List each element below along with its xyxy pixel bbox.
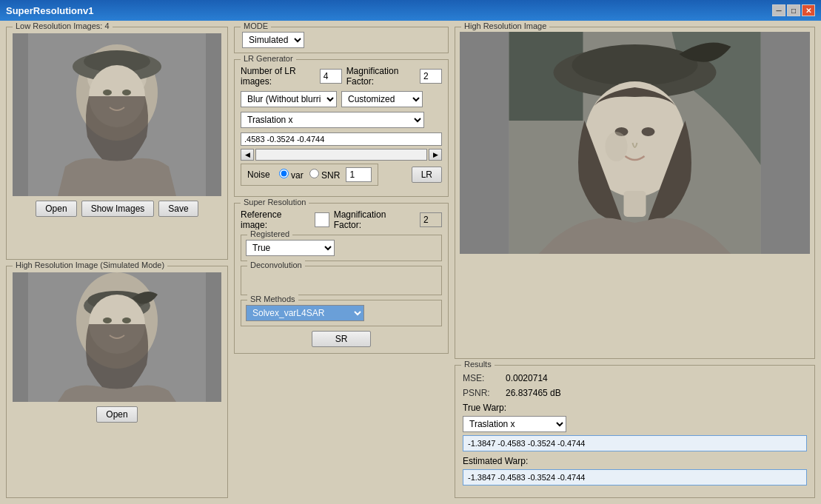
hr-simulated-svg xyxy=(13,272,221,402)
estimated-warp-label: Estimated Warp: xyxy=(463,456,807,466)
registered-label: Registered xyxy=(247,229,292,238)
ref-image-row: Reference image: Magnification Factor: xyxy=(241,209,442,230)
hr-main-panel: High Resolution Image xyxy=(455,27,815,359)
svg-point-7 xyxy=(122,90,131,95)
registered-section: Registered True xyxy=(241,235,442,261)
maximize-button[interactable]: □ xyxy=(787,4,800,16)
sr-mag-input xyxy=(420,212,442,227)
sr-methods-label: SR Methods xyxy=(247,295,298,303)
true-warp-select[interactable]: Traslation x xyxy=(463,416,566,432)
mag-factor-input[interactable] xyxy=(420,69,442,84)
middle-panel: MODE Simulated LR Generator Number of LR… xyxy=(234,27,449,498)
translation-select[interactable]: Traslation x xyxy=(241,112,424,128)
sr-methods-section: SR Methods Solvex_varL4SAR xyxy=(241,300,442,326)
snr-radio-label: SNR xyxy=(309,169,341,181)
scroll-left-btn[interactable]: ◀ xyxy=(241,149,254,161)
lr-generator-section: LR Generator Number of LR images: Magnif… xyxy=(234,59,449,197)
hr-simulated-panel: High Resolution Image (Simulated Mode) xyxy=(6,266,228,499)
var-radio[interactable] xyxy=(279,169,289,178)
snr-radio[interactable] xyxy=(309,169,319,178)
num-lr-label: Number of LR images: xyxy=(241,66,315,87)
lr-open-button[interactable]: Open xyxy=(36,201,76,217)
lr-show-images-button[interactable]: Show Images xyxy=(81,201,155,217)
close-button[interactable]: ✕ xyxy=(802,4,815,16)
deconvolution-section: Deconvolution xyxy=(241,266,442,295)
lr-images-panel: Low Resolution Images: 4 xyxy=(6,27,228,260)
app-title: SuperResolutionv1 xyxy=(6,5,93,16)
noise-group: Noise var SNR xyxy=(241,164,378,186)
sr-button-row: SR xyxy=(241,331,442,347)
warp-scrollbar: ◀ ▶ xyxy=(241,149,442,161)
custom-select[interactable]: Customized xyxy=(341,91,423,107)
mag-factor-label: Magnification Factor: xyxy=(346,66,415,87)
true-warp-values: -1.3847 -0.4583 -0.3524 -0.4744 xyxy=(463,435,807,451)
right-panel: High Resolution Image xyxy=(455,27,815,498)
hr-simulated-button-row: Open xyxy=(13,406,221,423)
left-panel: Low Resolution Images: 4 xyxy=(6,27,228,498)
svg-point-15 xyxy=(122,317,131,323)
scroll-track[interactable] xyxy=(255,149,427,161)
scroll-right-btn[interactable]: ▶ xyxy=(429,149,442,161)
lr-images-label: Low Resolution Images: 4 xyxy=(13,21,113,30)
results-panel: Results MSE: 0.0020714 PSNR: 26.837465 d… xyxy=(455,365,815,498)
mode-label: MODE xyxy=(241,21,271,30)
warp-values-display: .4583 -0.3524 -0.4744 xyxy=(241,132,442,146)
noise-row: Noise var SNR LR xyxy=(241,164,442,186)
ref-image-placeholder xyxy=(315,212,329,227)
svg-point-14 xyxy=(103,317,112,323)
true-warp-row: True Warp: Traslation x -1.3847 -0.4583 … xyxy=(463,403,807,451)
titlebar: SuperResolutionv1 ─ □ ✕ xyxy=(0,0,821,21)
results-label: Results xyxy=(461,360,495,369)
lr-button[interactable]: LR xyxy=(412,167,442,183)
noise-label: Noise xyxy=(247,169,270,180)
blur-select[interactable]: Blur (Without blurring) xyxy=(241,91,337,107)
num-lr-input[interactable] xyxy=(320,69,342,84)
mse-row: MSE: 0.0020714 xyxy=(463,373,807,383)
estimated-warp-values: -1.3847 -0.4583 -0.3524 -0.4744 xyxy=(463,469,807,485)
mse-label: MSE: xyxy=(463,373,500,383)
hr-simulated-label: High Resolution Image (Simulated Mode) xyxy=(13,261,167,269)
noise-value-input[interactable] xyxy=(346,167,372,182)
sr-button[interactable]: SR xyxy=(312,331,371,347)
ref-label: Reference image: xyxy=(241,209,310,230)
true-warp-label: True Warp: xyxy=(463,403,807,413)
hr-open-button[interactable]: Open xyxy=(96,406,137,423)
hr-simulated-display xyxy=(13,272,221,402)
super-resolution-label: Super Resolution xyxy=(241,198,309,206)
lr-image-svg xyxy=(13,33,221,196)
svg-rect-24 xyxy=(624,191,646,217)
mode-section: MODE Simulated xyxy=(234,27,449,53)
estimated-warp-row: Estimated Warp: -1.3847 -0.4583 -0.3524 … xyxy=(463,456,807,485)
deconv-label: Deconvolution xyxy=(247,261,305,269)
titlebar-controls: ─ □ ✕ xyxy=(772,4,815,16)
svg-point-25 xyxy=(606,132,628,161)
svg-point-23 xyxy=(642,127,655,136)
lr-generator-label: LR Generator xyxy=(241,54,296,63)
psnr-row: PSNR: 26.837465 dB xyxy=(463,388,807,398)
mode-select[interactable]: Simulated xyxy=(242,32,304,48)
hr-main-display xyxy=(460,32,810,254)
lr-gen-row3: Traslation x xyxy=(241,112,442,128)
main-content: Low Resolution Images: 4 xyxy=(0,21,821,504)
sr-mag-label: Magnification Factor: xyxy=(334,209,415,230)
svg-point-20 xyxy=(572,44,698,86)
sr-method-select[interactable]: Solvex_varL4SAR xyxy=(246,305,364,321)
registered-select[interactable]: True xyxy=(246,240,335,256)
lr-save-button[interactable]: Save xyxy=(158,201,198,217)
lr-gen-row1: Number of LR images: Magnification Facto… xyxy=(241,66,442,87)
minimize-button[interactable]: ─ xyxy=(772,4,785,16)
super-resolution-section: Super Resolution Reference image: Magnif… xyxy=(234,203,449,354)
psnr-value: 26.837465 dB xyxy=(506,388,561,398)
psnr-label: PSNR: xyxy=(463,388,500,398)
hr-main-label: High Resolution Image xyxy=(461,21,549,30)
svg-point-6 xyxy=(103,90,112,95)
lr-button-row: Open Show Images Save xyxy=(13,201,221,217)
true-warp-select-row: Traslation x xyxy=(463,416,807,432)
var-radio-label: var xyxy=(279,169,304,181)
mse-value: 0.0020714 xyxy=(506,373,548,383)
lr-gen-row2: Blur (Without blurring) Customized xyxy=(241,91,442,107)
hr-main-svg xyxy=(460,32,810,254)
lr-image-display xyxy=(13,33,221,196)
